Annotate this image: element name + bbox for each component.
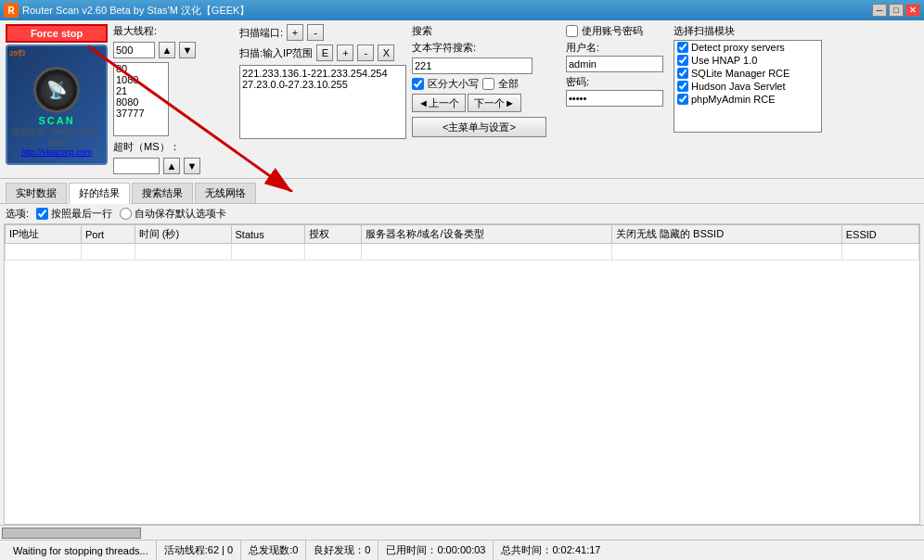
minimize-button[interactable]: ─ xyxy=(872,4,887,17)
window-controls[interactable]: ─ □ ✕ xyxy=(872,4,920,17)
tab-good-results[interactable]: 好的结果 xyxy=(69,183,130,204)
search-input[interactable] xyxy=(412,57,533,74)
scan-inner: 📡 xyxy=(41,74,73,107)
next-button[interactable]: 下一个► xyxy=(468,94,521,112)
module-item-hudson: Hudson Java Servlet xyxy=(674,80,821,93)
scroll-thumb[interactable] xyxy=(2,528,141,539)
title-bar-left: R Router Scan v2.60 Beta by Stas'M 汉化【GE… xyxy=(4,3,250,18)
module-phpmyadmin-checkbox[interactable] xyxy=(677,94,688,105)
threads-list[interactable]: 80 1080 21 8080 37777 xyxy=(113,62,169,136)
scan-circle: 📡 xyxy=(33,67,80,113)
logo-area: 35扫 📡 SCAN 版权所有：Stas'M Corp. 2018 http:/… xyxy=(6,45,108,165)
search-title: 搜索 xyxy=(412,24,560,38)
elapsed-text: 已用时间：0:00:00:03 xyxy=(386,543,485,557)
close-ip-button[interactable]: X xyxy=(378,45,394,61)
edit-ip-button[interactable]: E xyxy=(316,45,333,61)
modules-column: 选择扫描模块 Detect proxy servers Use HNAP 1.0… xyxy=(674,24,822,133)
status-good-found: 良好发现：0 xyxy=(306,541,379,560)
auto-save-radio[interactable] xyxy=(120,208,132,220)
results-table-container[interactable]: IP地址 Port 时间 (秒) Status 授权 服务器名称/域名/设备类型… xyxy=(4,223,920,525)
ip-range-list[interactable]: 221.233.136.1-221.233.254.254 27.23.0.0-… xyxy=(239,65,406,139)
thread-count-input[interactable] xyxy=(113,42,155,58)
text-search-label: 文本字符搜索: xyxy=(412,41,560,55)
close-button[interactable]: ✕ xyxy=(905,4,920,17)
username-label: 用户名: xyxy=(566,41,668,55)
status-total-time: 总共时间：0:02:41:17 xyxy=(494,541,608,560)
thread-item[interactable]: 80 xyxy=(114,63,168,74)
add-ip-button[interactable]: + xyxy=(337,45,353,61)
maximize-button[interactable]: □ xyxy=(889,4,904,17)
main-menu-button[interactable]: <主菜单与设置> xyxy=(412,117,546,137)
ip-range-item[interactable]: 221.233.136.1-221.233.254.254 xyxy=(242,68,404,79)
module-hnap-label: Use HNAP 1.0 xyxy=(691,55,757,66)
tab-wireless[interactable]: 无线网络 xyxy=(195,183,256,203)
col-status: Status xyxy=(231,225,305,244)
prev-button[interactable]: ◄上一个 xyxy=(412,94,466,112)
main-content: Force stop 35扫 📡 SCAN 版权所有：Stas'M Corp. … xyxy=(0,20,924,560)
status-waiting: Waiting for stopping threads... xyxy=(6,541,157,560)
top-panel: Force stop 35扫 📡 SCAN 版权所有：Stas'M Corp. … xyxy=(0,20,924,179)
scan-port-label: 扫描端口: xyxy=(239,26,283,40)
timeout-down[interactable]: ▼ xyxy=(184,158,200,174)
thread-item[interactable]: 8080 xyxy=(114,96,168,108)
thread-spinner-up[interactable]: ▲ xyxy=(159,42,175,58)
copyright-text: 版权所有：Stas'M Corp. 2018 xyxy=(11,126,102,147)
full-match-label: 全部 xyxy=(498,77,519,91)
password-row: 密码: xyxy=(566,75,668,107)
cell-ip xyxy=(6,244,82,261)
remove-port-button[interactable]: - xyxy=(307,24,324,41)
remove-ip-button[interactable]: - xyxy=(357,45,374,61)
force-stop-button[interactable]: Force stop xyxy=(6,24,108,43)
timeout-controls: 2000 ▲ ▼ xyxy=(113,158,234,174)
full-match-checkbox[interactable] xyxy=(482,78,494,90)
col-essid: ESSID xyxy=(841,225,918,244)
thread-item[interactable]: 1080 xyxy=(114,74,168,85)
last-row-checkbox[interactable] xyxy=(36,208,48,220)
row1: Force stop 35扫 📡 SCAN 版权所有：Stas'M Corp. … xyxy=(6,24,918,174)
max-threads-label: 最大线程: xyxy=(113,24,157,38)
tab-search-results[interactable]: 搜索结果 xyxy=(132,183,193,203)
module-sqlite-checkbox[interactable] xyxy=(677,68,688,79)
password-input[interactable] xyxy=(566,90,663,107)
timeout-row: 超时（MS）： xyxy=(113,140,234,154)
auto-save-label: 自动保存默认选项卡 xyxy=(135,207,226,221)
thread-port-area: 最大线程: ▲ ▼ 80 1080 21 8080 37777 超时（MS）： xyxy=(113,24,234,174)
module-item-phpmyadmin: phpMyAdmin RCE xyxy=(674,93,821,106)
module-sqlite-label: SQLite Manager RCE xyxy=(691,68,789,79)
module-item-detect-proxy: Detect proxy servers xyxy=(674,41,821,54)
username-input[interactable] xyxy=(566,56,663,72)
hscroll-bar[interactable] xyxy=(0,525,924,540)
timeout-up[interactable]: ▲ xyxy=(163,158,180,174)
module-hnap-checkbox[interactable] xyxy=(677,55,688,66)
case-sensitive-checkbox[interactable] xyxy=(412,78,424,90)
status-active-threads: 活动线程:62 | 0 xyxy=(157,541,241,560)
cell-port xyxy=(81,244,135,261)
thread-item[interactable]: 21 xyxy=(114,85,168,96)
thread-controls: ▲ ▼ xyxy=(113,42,234,58)
col-bssid: 关闭无线 隐藏的 BSSID xyxy=(611,225,841,244)
add-port-button[interactable]: + xyxy=(287,24,303,41)
scan-icon-area: 📡 SCAN xyxy=(33,67,80,126)
module-hudson-checkbox[interactable] xyxy=(677,81,688,92)
thread-item[interactable]: 37777 xyxy=(114,108,168,119)
logo-column: Force stop 35扫 📡 SCAN 版权所有：Stas'M Corp. … xyxy=(6,24,108,165)
scan-label: SCAN xyxy=(38,115,74,126)
active-threads-text: 活动线程:62 | 0 xyxy=(164,543,233,557)
cell-essid xyxy=(841,244,918,261)
last-row-option: 按照最后一行 xyxy=(36,207,112,221)
cell-time xyxy=(135,244,231,261)
use-password-checkbox[interactable] xyxy=(566,25,578,37)
timeout-input[interactable]: 2000 xyxy=(113,158,160,174)
password-label: 密码: xyxy=(566,75,668,89)
cell-status xyxy=(231,244,305,261)
module-detect-proxy-label: Detect proxy servers xyxy=(691,42,785,53)
modules-title: 选择扫描模块 xyxy=(674,24,822,38)
thread-spinner-down[interactable]: ▼ xyxy=(179,42,196,58)
tab-realtime[interactable]: 实时数据 xyxy=(6,183,67,203)
copyright-url[interactable]: http://stascorp.com xyxy=(11,147,102,157)
ip-range-item[interactable]: 27.23.0.0-27.23.10.255 xyxy=(242,79,404,90)
module-detect-proxy-checkbox[interactable] xyxy=(677,42,688,53)
auto-save-option: 自动保存默认选项卡 xyxy=(120,207,226,221)
status-total-found: 总发现数:0 xyxy=(241,541,306,560)
top-panel-wrapper: Force stop 35扫 📡 SCAN 版权所有：Stas'M Corp. … xyxy=(0,20,924,179)
